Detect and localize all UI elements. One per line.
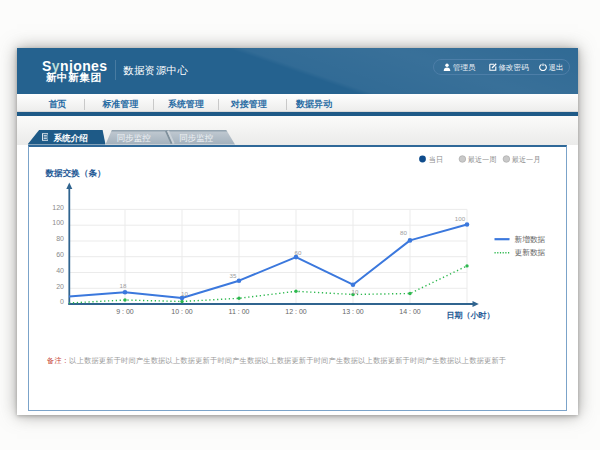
- svg-text:60: 60: [295, 249, 302, 256]
- svg-text:更新数据: 更新数据: [515, 248, 546, 257]
- svg-text:80: 80: [56, 235, 64, 242]
- svg-text:20: 20: [56, 283, 64, 290]
- svg-text:14 : 00: 14 : 00: [399, 308, 421, 315]
- svg-text:18: 18: [120, 282, 127, 289]
- svg-text:80: 80: [400, 229, 407, 236]
- svg-text:当日: 当日: [429, 155, 443, 164]
- svg-text:日期（小时）: 日期（小时）: [447, 311, 495, 320]
- svg-text:10 : 00: 10 : 00: [171, 308, 193, 315]
- svg-text:数据交换（条）: 数据交换（条）: [45, 168, 106, 178]
- svg-text:10: 10: [181, 290, 188, 297]
- svg-text:0: 0: [60, 298, 64, 305]
- svg-text:最近一月: 最近一月: [512, 155, 541, 164]
- svg-text:13 : 00: 13 : 00: [342, 308, 364, 315]
- svg-text:120: 120: [52, 204, 64, 211]
- svg-text:100: 100: [455, 215, 466, 222]
- svg-text:40: 40: [56, 267, 64, 274]
- svg-text:11 : 00: 11 : 00: [229, 308, 250, 315]
- svg-text:新增数据: 新增数据: [515, 235, 546, 244]
- svg-text:60: 60: [56, 251, 64, 258]
- svg-text:12 : 00: 12 : 00: [285, 308, 307, 315]
- svg-text:100: 100: [52, 219, 64, 226]
- svg-text:9 : 00: 9 : 00: [116, 308, 134, 315]
- svg-text:10: 10: [352, 288, 359, 295]
- svg-text:最近一周: 最近一周: [468, 155, 497, 164]
- svg-text:35: 35: [230, 272, 237, 279]
